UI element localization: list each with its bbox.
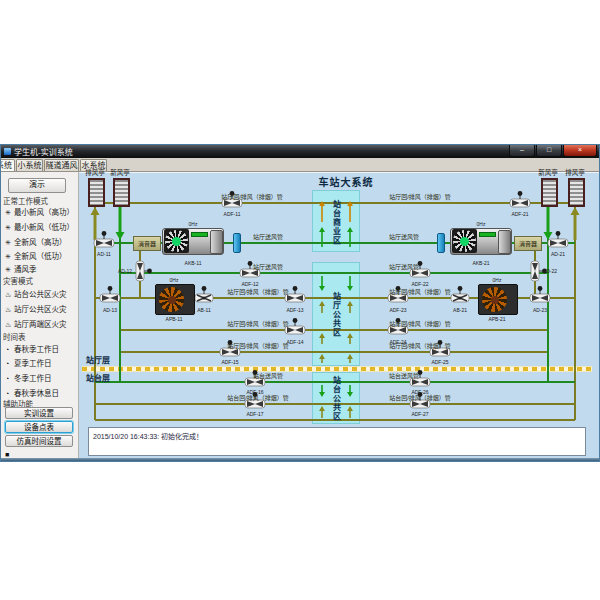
sidebar-item-label: 全新风（高功）: [14, 237, 67, 249]
device-tag: ADF-23: [389, 307, 406, 313]
sidebar-item-label: 夏季工作日: [14, 358, 52, 370]
flow-arrow-up: [347, 354, 353, 359]
duct-label: 站厅送风管: [253, 262, 283, 271]
pavilion-label-fresh-left: 新风亭: [110, 167, 130, 177]
sidebar-item-label: 冬季工作日: [14, 373, 52, 385]
clock-icon: ◔: [5, 344, 14, 356]
duct-label: 站厅回/排风（排烟）管: [221, 192, 283, 201]
duct-label: 站厅送风管: [389, 232, 419, 241]
device-tag: ADF-26: [411, 389, 428, 395]
device-tag: ADF-21: [511, 211, 528, 217]
damper[interactable]: [100, 286, 120, 302]
device-tag: AKB-21: [472, 260, 489, 266]
device-tag: APB-11: [166, 316, 183, 322]
pavilion-label-exhaust-left: 排风亭: [85, 167, 105, 177]
flow-arrow-up: [319, 406, 325, 411]
device-tag: ADF-16: [246, 389, 263, 395]
damper-vertical[interactable]: [136, 261, 152, 281]
sidebar-item[interactable]: ✳通风季: [5, 264, 78, 276]
zone-label-commercial: 站台商业区: [330, 196, 342, 248]
device-tag: ADF-14: [286, 339, 303, 345]
sidebar-item-label: 最小新风（高功）: [14, 207, 74, 219]
exhaust-fan-right[interactable]: [478, 284, 518, 315]
sidebar-item[interactable]: ♨站台公共区火灾: [5, 289, 78, 301]
duct-label: 站台送风管: [389, 371, 419, 380]
fresh-air-shaft-left: [113, 178, 130, 207]
fire-icon: ♨: [5, 319, 14, 331]
exhaust-fan-left[interactable]: [155, 284, 195, 315]
sidebar-item[interactable]: ◔春秋季工作日: [5, 344, 78, 356]
butterfly-valve[interactable]: [195, 286, 213, 302]
flow-arrow-down: [347, 286, 353, 291]
exhaust-shaft-left: [88, 178, 105, 207]
sidebar-button[interactable]: 设备点表: [5, 421, 73, 433]
device-tag: AB-11: [197, 307, 211, 313]
supply-fan-right[interactable]: [450, 228, 512, 255]
fan-icon: ✳: [5, 222, 14, 234]
device-tag: APB-21: [488, 316, 505, 322]
muffler-right: 消音器: [514, 236, 542, 251]
diagram-title: 车站大系统: [296, 174, 396, 189]
flow-arrow-down: [319, 392, 325, 397]
fan-icon: ✳: [5, 264, 14, 276]
device-tag: AD-13: [103, 307, 117, 313]
sidebar-section: 灾害模式: [3, 276, 77, 287]
sidebar-item[interactable]: ◔夏季工作日: [5, 358, 78, 370]
sidebar-section: 时间表: [3, 332, 77, 343]
zone-label-platform-public: 站台公共区: [330, 374, 342, 422]
fan-speed-bar: [479, 232, 496, 237]
fan-speed-bar: [191, 232, 208, 237]
device-tag: ADF-24: [389, 339, 406, 345]
device-tag: ADF-27: [411, 411, 428, 417]
sidebar-item[interactable]: ✳全新风（低功）: [5, 251, 78, 263]
device-tag: AD-11: [97, 251, 111, 257]
sidebar-item[interactable]: ■: [5, 449, 78, 461]
device-tag: 0Hz: [170, 277, 179, 283]
device-tag: ADF-13: [286, 307, 303, 313]
sidebar-item-label: 春秋季工作日: [14, 344, 59, 356]
demo-button[interactable]: 演示: [8, 178, 66, 193]
device-tag: AKB-11: [185, 260, 202, 266]
sidebar-item[interactable]: ◔冬季工作日: [5, 373, 78, 385]
clock-icon: ◔: [5, 373, 14, 385]
damper[interactable]: [510, 191, 530, 207]
floor-label-platform: 站台层: [86, 372, 110, 383]
sidebar-item[interactable]: ✳全新风（高功）: [5, 237, 78, 249]
damper[interactable]: [94, 231, 114, 247]
supply-fan-left[interactable]: [162, 228, 224, 255]
duct-label: 站厅送风管: [389, 262, 419, 271]
sidebar-section: 正常工作模式: [3, 196, 77, 207]
misc-icon: ■: [5, 449, 14, 461]
duct-label: 站厅送风管: [253, 232, 283, 241]
flow-arrow-up: [347, 406, 353, 411]
sidebar-item-label: 站厅公共区火灾: [14, 304, 67, 316]
sidebar-item-label: 通风季: [14, 264, 37, 276]
fire-icon: ♨: [5, 289, 14, 301]
sidebar-item[interactable]: ✳最小新风（高功）: [5, 207, 78, 219]
sidebar-item[interactable]: ♨站厅两端区火灾: [5, 319, 78, 331]
sidebar-button[interactable]: 仿真时间设置: [5, 435, 73, 447]
fan-icon: ✳: [5, 237, 14, 249]
flow-arrow-up: [347, 333, 353, 338]
tab-1[interactable]: 大系统: [1, 159, 15, 172]
flow-arrow-up: [347, 227, 353, 232]
device-tag: AD-21: [551, 251, 565, 257]
flow-arrow-down: [347, 392, 353, 397]
flow-arrow-up: [347, 301, 353, 306]
fresh-air-shaft-right: [541, 178, 558, 207]
duct-label: 站厅回/排风（排烟）管: [227, 341, 289, 350]
exhaust-shaft-right: [568, 178, 585, 207]
duct-label: 站厅回/排风（排烟）管: [389, 319, 451, 328]
sidebar-button[interactable]: 实训设置: [5, 407, 73, 419]
device-tag: ADF-22: [411, 281, 428, 287]
sidebar-item[interactable]: ✳最小新风（低功）: [5, 222, 78, 234]
duct-label: 站台送风管: [253, 371, 283, 380]
sidebar-item[interactable]: ♨站厅公共区火灾: [5, 304, 78, 316]
flow-arrow-down: [319, 286, 325, 291]
flow-arrow-up: [319, 301, 325, 306]
flow-arrow-up: [91, 207, 100, 215]
duct-label: 站厅回/排风（排烟）管: [227, 287, 289, 296]
pavilion-label-exhaust-right: 排风亭: [565, 167, 585, 177]
butterfly-valve[interactable]: [451, 286, 469, 302]
device-tag: 0Hz: [477, 221, 486, 227]
